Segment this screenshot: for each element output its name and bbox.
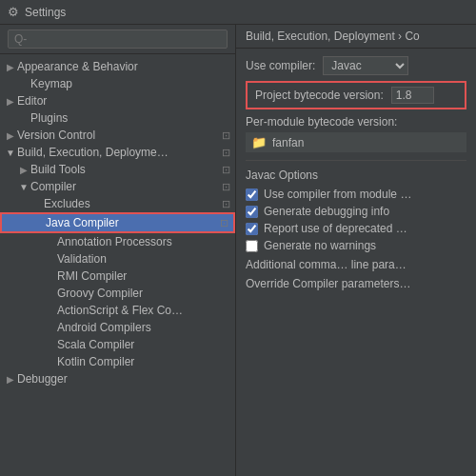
tree-item-compiler[interactable]: ▼Compiler⊡ bbox=[0, 178, 235, 195]
search-bar bbox=[0, 25, 235, 54]
tree-label-appearance: Appearance & Behavior bbox=[17, 60, 235, 73]
tree-label-annotation-processors: Annotation Processors bbox=[57, 235, 235, 248]
tree-item-keymap[interactable]: Keymap bbox=[0, 75, 235, 92]
checkbox-generate-no-warnings[interactable] bbox=[246, 240, 258, 252]
settings-badge-icon: ⊡ bbox=[214, 217, 233, 229]
checkbox-row-generate-no-warnings: Generate no warnings bbox=[246, 239, 466, 252]
project-bytecode-box: Project bytecode version: bbox=[246, 81, 466, 109]
folder-icon: 📁 bbox=[251, 135, 267, 149]
tree-item-rmi-compiler[interactable]: RMI Compiler bbox=[0, 268, 235, 285]
tree-item-java-compiler[interactable]: Java Compiler⊡ bbox=[0, 212, 235, 233]
settings-badge-icon: ⊡ bbox=[216, 129, 235, 142]
module-row: 📁 fanfan bbox=[246, 132, 466, 152]
tree-item-build-exec[interactable]: ▼Build, Execution, Deployme…⊡ bbox=[0, 144, 235, 161]
compiler-row: Use compiler: Javac bbox=[246, 56, 466, 75]
tree-item-kotlin-compiler[interactable]: Kotlin Compiler bbox=[0, 353, 235, 370]
settings-badge-icon: ⊡ bbox=[216, 164, 235, 176]
tree-label-scala-compiler: Scala Compiler bbox=[57, 338, 235, 351]
tree-label-android-compilers: Android Compilers bbox=[57, 321, 235, 334]
tree-item-plugins[interactable]: Plugins bbox=[0, 109, 235, 127]
tree-label-actionscript: ActionScript & Flex Co… bbox=[57, 304, 235, 317]
tree-item-appearance[interactable]: ▶Appearance & Behavior bbox=[0, 58, 235, 75]
tree-item-scala-compiler[interactable]: Scala Compiler bbox=[0, 336, 235, 353]
tree-arrow-build-exec: ▼ bbox=[4, 148, 17, 158]
tree-label-kotlin-compiler: Kotlin Compiler bbox=[57, 355, 235, 368]
settings-tree: ▶Appearance & BehaviorKeymap▶EditorPlugi… bbox=[0, 54, 235, 476]
project-bytecode-input[interactable] bbox=[391, 87, 434, 104]
checkbox-row-use-compiler-from-module: Use compiler from module … bbox=[246, 188, 466, 201]
tree-item-excludes[interactable]: Excludes⊡ bbox=[0, 195, 235, 212]
tree-label-debugger: Debugger bbox=[17, 372, 235, 386]
checkbox-label-report-deprecated: Report use of deprecated … bbox=[264, 222, 407, 235]
checkbox-row-generate-debugging-info: Generate debugging info bbox=[246, 205, 466, 218]
tree-label-java-compiler: Java Compiler bbox=[46, 216, 214, 229]
checkbox-label-generate-no-warnings: Generate no warnings bbox=[264, 239, 376, 252]
per-module-label: Per-module bytecode version: bbox=[246, 115, 466, 129]
tree-label-keymap: Keymap bbox=[30, 77, 235, 90]
tree-item-groovy-compiler[interactable]: Groovy Compiler bbox=[0, 285, 235, 302]
tree-label-plugins: Plugins bbox=[30, 111, 235, 125]
checkbox-generate-debugging-info[interactable] bbox=[246, 206, 258, 218]
checkbox-label-use-compiler-from-module: Use compiler from module … bbox=[264, 188, 411, 201]
tree-label-version-control: Version Control bbox=[17, 129, 216, 142]
tree-item-build-tools[interactable]: ▶Build Tools⊡ bbox=[0, 161, 235, 178]
checkbox-report-deprecated[interactable] bbox=[246, 223, 258, 235]
tree-item-editor[interactable]: ▶Editor bbox=[0, 92, 235, 109]
tree-item-android-compilers[interactable]: Android Compilers bbox=[0, 319, 235, 336]
settings-badge-icon: ⊡ bbox=[216, 181, 235, 193]
additional-label: Additional comma… line para… bbox=[246, 258, 466, 271]
checkboxes-container: Use compiler from module …Generate debug… bbox=[246, 188, 466, 252]
tree-item-version-control[interactable]: ▶Version Control⊡ bbox=[0, 127, 235, 144]
window-title: Settings bbox=[25, 6, 66, 19]
javac-options-title: Javac Options bbox=[246, 169, 466, 182]
tree-item-debugger[interactable]: ▶Debugger bbox=[0, 370, 235, 387]
checkbox-label-generate-debugging-info: Generate debugging info bbox=[264, 205, 389, 218]
override-label: Override Compiler parameters… bbox=[246, 277, 466, 290]
right-content: Use compiler: Javac Project bytecode ver… bbox=[236, 49, 476, 476]
tree-arrow-build-tools: ▶ bbox=[17, 165, 30, 175]
project-bytecode-label: Project bytecode version: bbox=[255, 89, 384, 102]
compiler-label: Use compiler: bbox=[246, 59, 315, 72]
checkbox-row-report-deprecated: Report use of deprecated … bbox=[246, 222, 466, 235]
right-header: Build, Execution, Deployment › Co bbox=[236, 25, 476, 49]
compiler-select[interactable]: Javac bbox=[323, 56, 408, 75]
settings-badge-icon: ⊡ bbox=[216, 198, 235, 210]
tree-label-compiler: Compiler bbox=[30, 180, 216, 193]
tree-label-validation: Validation bbox=[57, 252, 235, 266]
search-input[interactable] bbox=[8, 30, 228, 49]
tree-label-editor: Editor bbox=[17, 94, 235, 108]
right-panel: Build, Execution, Deployment › Co Use co… bbox=[236, 25, 476, 476]
module-name: fanfan bbox=[272, 136, 304, 149]
tree-arrow-compiler: ▼ bbox=[17, 182, 30, 192]
settings-badge-icon: ⊡ bbox=[216, 147, 235, 159]
tree-item-actionscript[interactable]: ActionScript & Flex Co… bbox=[0, 302, 235, 319]
tree-label-excludes: Excludes bbox=[44, 197, 216, 210]
tree-label-build-tools: Build Tools bbox=[30, 163, 216, 176]
tree-label-build-exec: Build, Execution, Deployme… bbox=[17, 146, 216, 159]
tree-item-annotation-processors[interactable]: Annotation Processors bbox=[0, 233, 235, 250]
tree-arrow-appearance: ▶ bbox=[4, 62, 17, 72]
tree-arrow-debugger: ▶ bbox=[4, 374, 17, 385]
checkbox-use-compiler-from-module[interactable] bbox=[246, 188, 258, 201]
divider bbox=[246, 160, 466, 161]
tree-arrow-editor: ▶ bbox=[4, 96, 17, 107]
tree-label-groovy-compiler: Groovy Compiler bbox=[57, 287, 235, 300]
left-panel: ▶Appearance & BehaviorKeymap▶EditorPlugi… bbox=[0, 25, 236, 476]
tree-arrow-version-control: ▶ bbox=[4, 130, 17, 141]
gear-icon: ⚙ bbox=[8, 5, 19, 19]
title-bar: ⚙ Settings bbox=[0, 0, 476, 25]
tree-item-validation[interactable]: Validation bbox=[0, 250, 235, 268]
tree-label-rmi-compiler: RMI Compiler bbox=[57, 269, 235, 283]
